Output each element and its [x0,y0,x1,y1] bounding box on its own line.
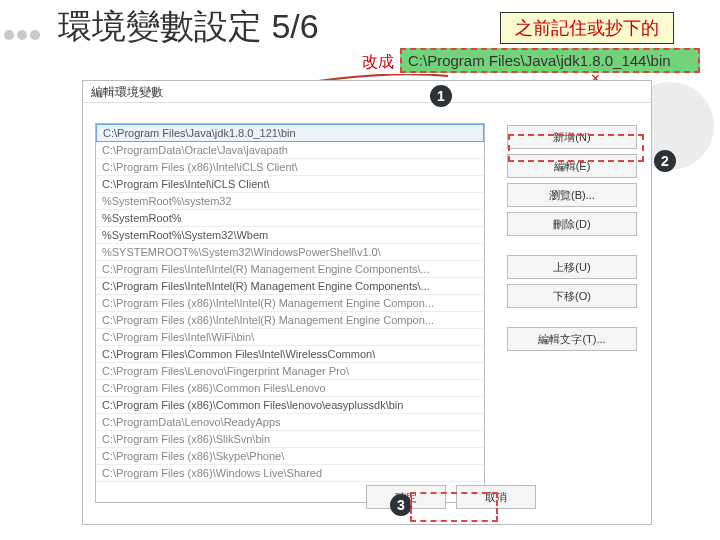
move-up-button[interactable]: 上移(U) [507,255,637,279]
list-item[interactable]: C:\Program Files (x86)\Common Files\Leno… [96,380,484,397]
list-item[interactable]: C:\Program Files (x86)\Intel\iCLS Client… [96,159,484,176]
list-item[interactable]: C:\Program Files\Lenovo\Fingerprint Mana… [96,363,484,380]
edit-button[interactable]: 編輯(E) [507,154,637,178]
slide-bullets [4,26,43,44]
list-item[interactable]: C:\Program Files (x86)\Windows Live\Shar… [96,465,484,482]
cancel-button[interactable]: 取消 [456,485,536,509]
list-item[interactable]: C:\ProgramData\Oracle\Java\javapath [96,142,484,159]
callout-2: 2 [654,150,676,172]
list-item[interactable]: C:\Program Files (x86)\SlikSvn\bin [96,431,484,448]
move-down-button[interactable]: 下移(O) [507,284,637,308]
slide-title: 環境變數設定 5/6 [58,4,319,50]
list-item[interactable]: C:\Program Files (x86)\Intel\Intel(R) Ma… [96,312,484,329]
dialog-titlebar: 編輯環境變數 [83,81,651,103]
button-column: 新增(N) 編輯(E) 瀏覽(B)... 刪除(D) 上移(U) 下移(O) 編… [507,125,637,356]
list-item[interactable]: %SystemRoot% [96,210,484,227]
browse-button[interactable]: 瀏覽(B)... [507,183,637,207]
list-item[interactable]: C:\ProgramData\Lenovo\ReadyApps [96,414,484,431]
list-item[interactable]: %SystemRoot%\System32\Wbem [96,227,484,244]
new-button[interactable]: 新增(N) [507,125,637,149]
list-item[interactable]: C:\Program Files (x86)\Skype\Phone\ [96,448,484,465]
list-item[interactable]: C:\Program Files\Intel\WiFi\bin\ [96,329,484,346]
list-item[interactable]: %SystemRoot%\system32 [96,193,484,210]
env-var-dialog: 編輯環境變數 C:\Program Files\Java\jdk1.8.0_12… [82,80,652,525]
callout-3: 3 [390,494,412,516]
list-item[interactable]: C:\Program Files\Intel\Intel(R) Manageme… [96,278,484,295]
reminder-box: 之前記住或抄下的 [500,12,674,44]
list-item[interactable]: C:\Program Files\Intel\iCLS Client\ [96,176,484,193]
list-item[interactable]: C:\Program Files\Java\jdk1.8.0_121\bin [96,124,484,142]
edit-text-button[interactable]: 編輯文字(T)... [507,327,637,351]
callout-1: 1 [430,85,452,107]
list-item[interactable]: C:\Program Files\Common Files\Intel\Wire… [96,346,484,363]
list-item[interactable]: C:\Program Files\Intel\Intel(R) Manageme… [96,261,484,278]
change-to-label: 改成 [362,52,394,73]
path-list[interactable]: C:\Program Files\Java\jdk1.8.0_121\bin C… [95,123,485,503]
list-item[interactable]: %SYSTEMROOT%\System32\WindowsPowerShell\… [96,244,484,261]
list-item[interactable]: C:\Program Files (x86)\Intel\Intel(R) Ma… [96,295,484,312]
target-path-box: C:\Program Files\Java\jdk1.8.0_144\bin [400,48,700,73]
list-item[interactable]: C:\Program Files (x86)\Common Files\leno… [96,397,484,414]
delete-button[interactable]: 刪除(D) [507,212,637,236]
